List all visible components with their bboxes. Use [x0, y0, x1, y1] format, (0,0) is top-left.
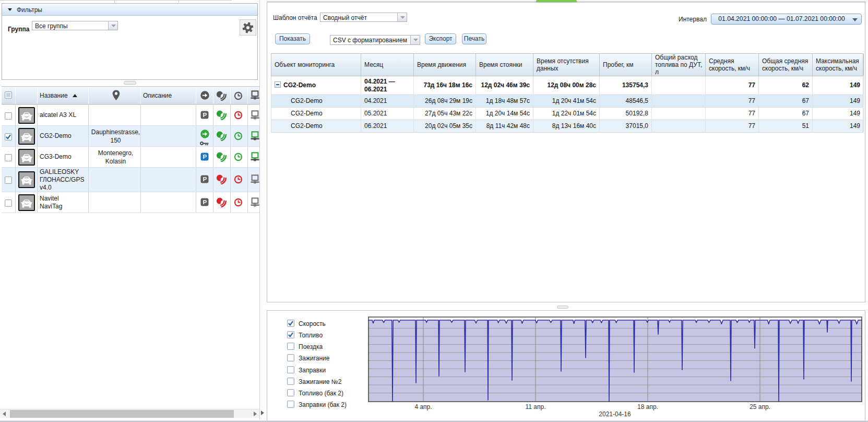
svg-text:P: P [203, 199, 207, 205]
svg-text:11 апр.: 11 апр. [526, 403, 546, 411]
svg-text:2021-04-16: 2021-04-16 [599, 411, 631, 418]
svg-text:P: P [203, 112, 207, 118]
svg-text:18 апр.: 18 апр. [637, 403, 658, 411]
svg-text:P: P [203, 154, 207, 160]
svg-text:4 апр.: 4 апр. [414, 403, 432, 411]
svg-text:P: P [203, 176, 207, 182]
svg-text:25 апр.: 25 апр. [750, 403, 770, 411]
